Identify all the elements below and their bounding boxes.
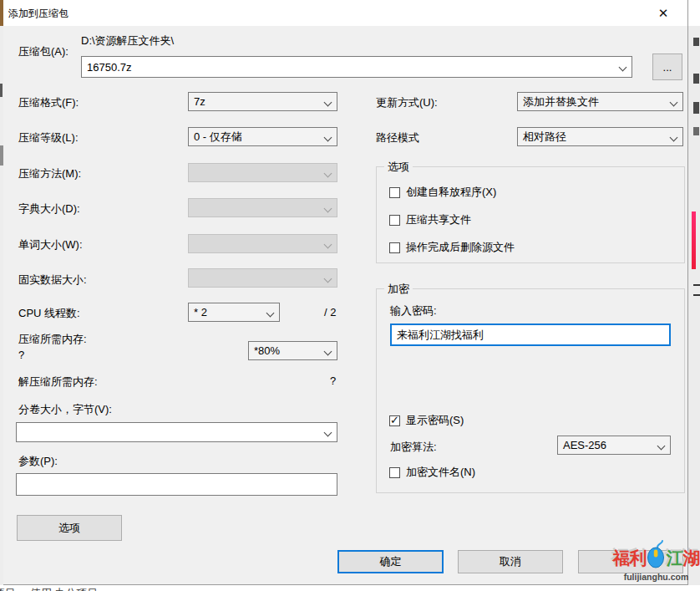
format-label: 压缩格式(F): — [18, 95, 79, 110]
memory-decompress-hint: ? — [330, 374, 336, 387]
background-pink-bar — [692, 211, 696, 269]
watermark-logo-row: 福 利 江 湖 — [612, 542, 700, 573]
checkbox-label: 操作完成后删除源文件 — [406, 240, 515, 255]
options-groupbox-legend: 选项 — [384, 160, 413, 175]
chevron-down-icon — [324, 170, 332, 178]
browse-button[interactable]: ... — [652, 53, 682, 80]
path-mode-combobox[interactable]: 相对路径 — [517, 127, 683, 146]
checkbox-label: 加密文件名(N) — [406, 465, 475, 480]
cpu-threads-max: / 2 — [324, 306, 336, 318]
chevron-down-icon — [324, 275, 332, 283]
memory-usage-combobox[interactable]: *80% — [248, 341, 337, 360]
chevron-down-icon[interactable] — [619, 64, 627, 72]
background-window-right-sliver — [688, 0, 700, 591]
dictionary-label: 字典大小(D): — [18, 201, 80, 217]
chevron-down-icon — [324, 134, 332, 142]
archive-path: D:\资源解压文件夹\ — [81, 33, 174, 48]
cpu-threads-combobox[interactable]: * 2 — [188, 303, 280, 322]
memory-compress-hint: ? — [18, 349, 24, 361]
chevron-down-icon — [266, 309, 275, 318]
format-value: 7z — [194, 95, 205, 108]
method-combobox — [188, 163, 337, 182]
memory-decompress-label: 解压缩所需内存: — [18, 374, 98, 390]
watermark-char: 江 — [667, 549, 683, 567]
checkbox-label: 显示密码(S) — [406, 413, 464, 428]
checkbox-box[interactable] — [389, 467, 400, 478]
background-fragment — [693, 284, 700, 286]
close-icon[interactable]: ✕ — [651, 4, 676, 23]
path-mode-label: 路径模式 — [376, 130, 419, 145]
checkbox-box[interactable] — [389, 215, 400, 226]
level-combobox[interactable]: 0 - 仅存储 — [188, 127, 337, 146]
watermark-char: 利 — [630, 549, 647, 567]
chevron-down-icon — [324, 205, 332, 213]
password-input[interactable] — [390, 324, 671, 346]
checkbox-label: 创建自释放程序(X) — [406, 185, 496, 200]
background-window-bottom-sliver: 项目 使用 办公项目 — [0, 585, 700, 591]
background-fragment — [688, 0, 700, 26]
word-size-label: 单词大小(W): — [18, 237, 83, 252]
checkbox-box[interactable] — [389, 415, 400, 426]
watermark-domain: fulijianghu.com — [612, 572, 700, 582]
options-button[interactable]: 选项 — [17, 515, 122, 541]
memory-usage-value: *80% — [254, 344, 280, 357]
encryption-method-value: AES-256 — [563, 439, 606, 451]
archive-name-combobox[interactable]: 16750.7z — [81, 56, 632, 78]
archive-name-value: 16750.7z — [87, 61, 132, 74]
cancel-button[interactable]: 取消 — [458, 550, 563, 573]
background-fragment — [693, 127, 699, 135]
password-label: 输入密码: — [390, 303, 437, 318]
update-mode-label: 更新方式(U): — [376, 95, 438, 110]
fulijianghu-watermark: 福 利 江 湖 fulijianghu.com — [612, 542, 700, 582]
checkbox-create-sfx[interactable]: 创建自释放程序(X) — [389, 185, 496, 200]
volume-size-label: 分卷大小，字节(V): — [18, 402, 112, 417]
dialog-title: 添加到压缩包 — [8, 7, 68, 21]
background-text-fragment: 使用 办公项目 — [30, 586, 99, 591]
ok-button[interactable]: 确定 — [337, 550, 444, 573]
path-mode-value: 相对路径 — [523, 130, 566, 143]
checkbox-box[interactable] — [389, 242, 400, 253]
chevron-down-icon — [670, 99, 678, 107]
title-bar: 添加到压缩包 ✕ — [3, 0, 687, 26]
solid-block-label: 固实数据大小: — [18, 273, 87, 288]
encryption-groupbox: 加密 — [376, 288, 685, 493]
dictionary-combobox — [188, 198, 337, 217]
update-mode-combobox[interactable]: 添加并替换文件 — [517, 92, 683, 111]
word-size-combobox — [188, 234, 337, 253]
volume-size-combobox[interactable] — [16, 422, 337, 442]
encryption-method-combobox[interactable]: AES-256 — [557, 436, 671, 455]
level-label: 压缩等级(L): — [18, 130, 79, 145]
background-text-fragment: 项目 — [0, 586, 16, 591]
cpu-threads-label: CPU 线程数: — [18, 306, 80, 321]
add-to-archive-dialog: 添加到压缩包 ✕ 压缩包(A): D:\资源解压文件夹\ 16750.7z ..… — [3, 0, 688, 585]
mouse-icon — [647, 540, 667, 572]
chevron-down-icon — [324, 348, 332, 356]
background-fragment — [693, 294, 700, 296]
memory-compress-label: 压缩所需内存: — [18, 332, 87, 347]
checkbox-compress-shared[interactable]: 压缩共享文件 — [389, 212, 471, 227]
checkbox-box[interactable] — [389, 187, 400, 198]
checkbox-label: 压缩共享文件 — [406, 212, 471, 227]
background-fragment — [693, 102, 699, 114]
chevron-down-icon — [657, 442, 666, 451]
chevron-down-icon[interactable] — [324, 429, 332, 437]
cpu-threads-value: * 2 — [194, 306, 207, 318]
chevron-down-icon — [670, 134, 678, 142]
solid-block-combobox — [188, 268, 337, 288]
checkbox-encrypt-filenames[interactable]: 加密文件名(N) — [389, 465, 475, 480]
archive-label: 压缩包(A): — [18, 44, 68, 59]
update-mode-value: 添加并替换文件 — [523, 95, 599, 108]
encryption-method-label: 加密算法: — [390, 440, 437, 455]
checkbox-delete-after[interactable]: 操作完成后删除源文件 — [389, 240, 515, 255]
background-fragment — [693, 74, 699, 84]
checkbox-show-password[interactable]: 显示密码(S) — [389, 413, 464, 428]
method-label: 压缩方法(M): — [18, 166, 81, 181]
format-combobox[interactable]: 7z — [188, 92, 337, 111]
parameters-input[interactable] — [16, 473, 337, 496]
watermark-char: 湖 — [683, 549, 700, 567]
background-fragment — [0, 84, 3, 97]
level-value: 0 - 仅存储 — [194, 130, 242, 143]
encryption-groupbox-legend: 加密 — [384, 282, 413, 297]
watermark-char: 福 — [613, 549, 630, 567]
chevron-down-icon — [324, 241, 332, 249]
